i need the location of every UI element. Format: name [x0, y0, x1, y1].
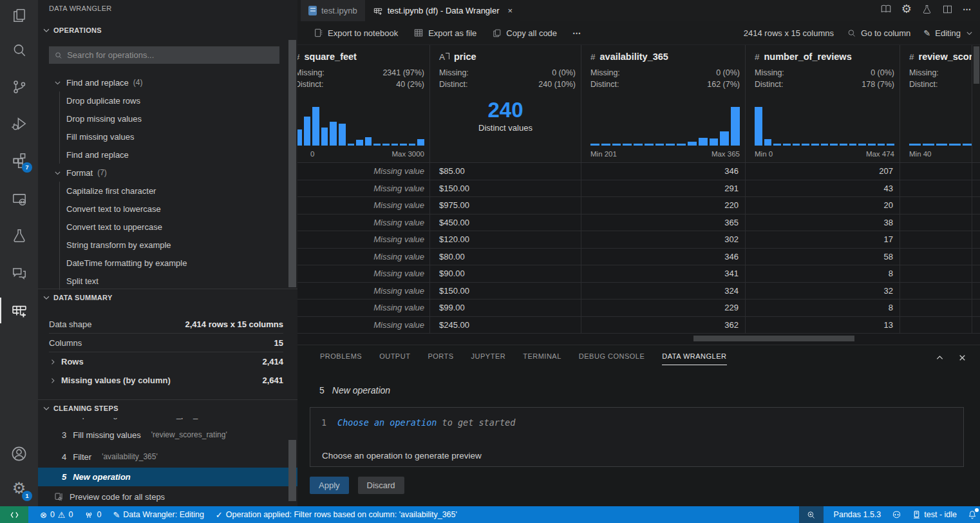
tab-data-wrangler[interactable]: test.ipynb (df) - Data Wrangler × [365, 0, 520, 21]
cell[interactable] [900, 197, 972, 214]
cell[interactable]: Missing value [297, 265, 430, 283]
cell[interactable]: $150.00 [430, 180, 581, 198]
column-header-review-scores[interactable]: # review_scor Missing: Distinct: Min 40 [900, 45, 972, 162]
cell[interactable]: $150.00 [430, 283, 581, 300]
zoom-tool-button[interactable] [799, 506, 824, 523]
op-item[interactable]: Convert text to lowercase [60, 200, 297, 218]
problems-indicator[interactable]: ⊗ 0 ⚠ 0 [40, 510, 73, 520]
cell[interactable]: $99.00 [430, 300, 581, 317]
discard-button[interactable]: Discard [358, 477, 404, 494]
notifications-bell-icon[interactable] [967, 509, 977, 520]
column-header-price[interactable]: A price Missing:0 (0%) Distinct:240 (10%… [430, 45, 581, 162]
beaker-icon[interactable] [921, 4, 932, 15]
operation-code-editor[interactable]: 1 Choose an operation to get started Cho… [310, 407, 964, 467]
cell[interactable]: $80.00 [430, 249, 581, 266]
cell[interactable]: Missing value [297, 317, 430, 334]
copilot-icon[interactable] [891, 509, 902, 520]
source-control-icon[interactable] [0, 71, 38, 102]
comments-icon[interactable] [0, 258, 38, 289]
cell[interactable]: Missing value [297, 180, 430, 198]
chevron-up-icon[interactable] [935, 353, 945, 363]
cell[interactable]: 291 [581, 180, 746, 198]
cell[interactable] [900, 317, 972, 334]
cell[interactable] [900, 265, 972, 283]
operations-search[interactable] [49, 46, 279, 64]
op-item[interactable]: Capitalize first character [60, 182, 297, 200]
column-header-availability-365[interactable]: # availability_365 Missing:0 (0%) Distin… [581, 45, 746, 162]
open-book-icon[interactable] [880, 3, 892, 15]
op-group-find-replace[interactable]: Find and replace (4) [38, 73, 297, 91]
cell[interactable]: 43 [746, 180, 900, 198]
apply-button[interactable]: Apply [310, 477, 349, 494]
cell[interactable]: $90.00 [430, 265, 581, 283]
cell[interactable]: 58 [746, 249, 900, 266]
cell[interactable]: Missing value [297, 214, 430, 232]
op-item[interactable]: Drop duplicate rows [60, 91, 297, 109]
explorer-icon[interactable] [0, 0, 38, 31]
cell[interactable]: 17 [746, 231, 900, 249]
summary-row-rows[interactable]: Rows 2,414 [49, 352, 283, 371]
op-item[interactable]: Find and replace [60, 146, 297, 164]
split-editor-icon[interactable] [942, 4, 953, 15]
cell[interactable]: $245.00 [430, 317, 581, 334]
settings-gear-icon[interactable]: ⚙ 1 [0, 473, 38, 504]
tab-problems[interactable]: PROBLEMS [320, 352, 362, 365]
toolbar-more-icon[interactable]: ⋯ [572, 28, 582, 38]
testing-icon[interactable] [0, 220, 38, 251]
cell[interactable]: 32 [746, 283, 900, 300]
preview-code-button[interactable]: Preview code for all steps [38, 486, 297, 507]
cell[interactable]: 341 [581, 265, 746, 283]
op-item[interactable]: Fill missing values [60, 128, 297, 146]
data-summary-header[interactable]: DATA SUMMARY [42, 293, 301, 302]
data-wrangler-icon[interactable] [0, 295, 38, 326]
cell[interactable]: 13 [746, 317, 900, 334]
cell[interactable]: 8 [746, 300, 900, 317]
gear-icon[interactable]: ⚙ [901, 3, 912, 15]
cell[interactable]: Missing value [297, 163, 430, 180]
close-panel-icon[interactable] [957, 353, 967, 363]
export-as-file-button[interactable]: Export as file [413, 28, 476, 38]
cell[interactable]: Missing value [297, 249, 430, 266]
cell[interactable]: Missing value [297, 283, 430, 300]
cell[interactable]: 207 [746, 163, 900, 180]
cell[interactable]: $975.00 [430, 197, 581, 214]
cell[interactable]: 8 [746, 265, 900, 283]
cell[interactable]: 324 [581, 283, 746, 300]
export-to-notebook-button[interactable]: Export to notebook [313, 28, 398, 38]
op-item[interactable]: Split text [60, 272, 297, 290]
tab-output[interactable]: OUTPUT [379, 352, 410, 365]
operations-section-header[interactable]: OPERATIONS [42, 26, 102, 35]
cell[interactable]: Missing value [297, 231, 430, 249]
tab-jupyter[interactable]: JUPYTER [471, 352, 506, 365]
vertical-scrollbar[interactable] [974, 46, 979, 84]
cell[interactable] [900, 214, 972, 232]
cell[interactable]: $120.00 [430, 231, 581, 249]
pandas-version[interactable]: Pandas 1.5.3 [834, 510, 881, 519]
op-item[interactable]: String transform by example [60, 236, 297, 254]
run-debug-icon[interactable] [0, 108, 38, 139]
cell[interactable] [900, 283, 972, 300]
ports-indicator[interactable]: 0 [84, 510, 101, 519]
cell[interactable] [900, 180, 972, 198]
cleaning-steps-header[interactable]: CLEANING STEPS [42, 404, 301, 413]
cell[interactable]: 362 [581, 317, 746, 334]
cell[interactable] [900, 231, 972, 249]
cell[interactable] [900, 300, 972, 317]
op-item[interactable]: Convert text to uppercase [60, 218, 297, 236]
go-to-column-button[interactable]: Go to column [847, 28, 910, 38]
tab-data-wrangler[interactable]: DATA WRANGLER [662, 352, 726, 365]
cell[interactable]: Missing value [297, 197, 430, 214]
cell[interactable]: $85.00 [430, 163, 581, 180]
cell[interactable]: 220 [581, 197, 746, 214]
editing-mode-toggle[interactable]: ✎ Editing [923, 28, 974, 38]
cleaning-step-5-new-operation[interactable]: 5 New operation [38, 468, 297, 486]
cleaning-step-4[interactable]: 4 Filter 'availability_365' [38, 446, 297, 468]
remote-explorer-icon[interactable] [0, 184, 38, 215]
cell[interactable] [900, 249, 972, 266]
horizontal-scrollbar[interactable] [693, 336, 854, 341]
summary-row-missing-values[interactable]: Missing values (by column) 2,641 [49, 371, 283, 390]
op-item[interactable]: DateTime formatting by example [60, 254, 297, 272]
cell[interactable]: Missing value [297, 300, 430, 317]
sidebar-scrollbar[interactable] [288, 40, 296, 287]
cell[interactable]: 346 [581, 249, 746, 266]
